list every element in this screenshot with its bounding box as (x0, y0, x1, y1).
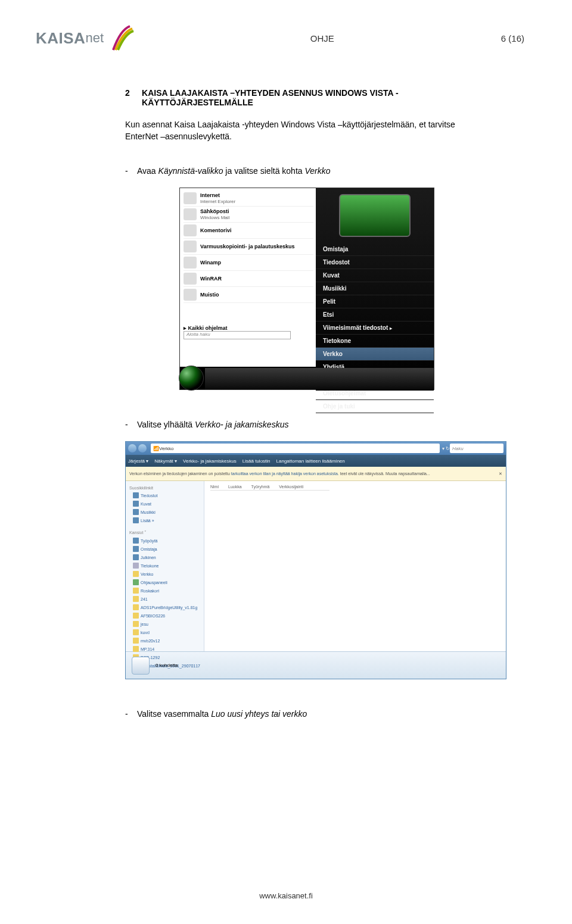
start-right-item[interactable]: Musiikki (316, 282, 434, 295)
toolbar-button[interactable]: Lisää tulostin (243, 458, 271, 464)
screenshot-explorer: 📶 Verkko ▾ ↻ Haku Järjestä ▾Näkymät ▾Ver… (125, 441, 506, 679)
sidebar-item[interactable]: Tiedostot (127, 491, 203, 500)
start-menu-item[interactable]: Muistio (184, 287, 313, 303)
sidebar-item[interactable]: AF5BIOS226 (127, 611, 203, 620)
close-icon[interactable]: ✕ (499, 472, 502, 476)
toolbar-button[interactable]: Näkymät ▾ (154, 458, 177, 464)
start-right-item[interactable]: Etsi (316, 308, 434, 321)
sidebar-item[interactable]: Ohjauspaneeli (127, 578, 203, 586)
search-input[interactable]: Haku (450, 444, 503, 453)
sidebar-item[interactable]: ADS1PureBridgeUtility_v1.81g (127, 603, 203, 611)
start-menu-item[interactable]: SähköpostiWindows Mail (184, 207, 313, 223)
sidebar-item[interactable]: Omistaja (127, 545, 203, 553)
bullet-2: - Valitse ylhäältä Verkko- ja jakamiskes… (125, 420, 489, 429)
sidebar-item[interactable]: 241 (127, 595, 203, 603)
sidebar-item[interactable]: mvb20v12 (127, 636, 203, 645)
start-right-item[interactable]: Tietokone (316, 335, 434, 348)
logo-text-bold: KAISA (36, 29, 85, 48)
sidebar-item[interactable]: Kuvat (127, 500, 203, 508)
bullet-3: - Valitse vasemmalta Luo uusi yhteys tai… (125, 709, 489, 719)
sidebar-item[interactable]: Musiikki (127, 508, 203, 516)
bullet-1: - Avaa Käynnistä-valikko ja valitse siel… (125, 166, 489, 176)
address-bar[interactable]: 📶 Verkko (151, 444, 440, 453)
toolbar-button[interactable]: Verkko- ja jakamiskeskus (183, 458, 237, 464)
start-search-input[interactable]: Aloita haku (184, 331, 291, 339)
start-right-item[interactable]: Kuvat (316, 269, 434, 282)
doc-label: OHJE (310, 33, 334, 43)
section-heading: KAISA LAAJAKAISTA –YHTEYDEN ASENNUS WIND… (142, 88, 489, 107)
start-all-programs[interactable]: ▸ Kaikki ohjelmat (184, 325, 228, 331)
screenshot-start-menu: InternetInternet ExplorerSähköpostiWindo… (179, 188, 434, 390)
sidebar-item[interactable]: Työpöytä (127, 536, 203, 545)
start-right-item[interactable]: Omistaja (316, 243, 434, 256)
start-right-item[interactable]: Verkko (316, 348, 434, 361)
nav-back-icon[interactable] (128, 444, 136, 452)
start-menu-item[interactable]: InternetInternet Explorer (184, 191, 313, 207)
logo: KAISA net (36, 24, 137, 52)
sidebar-item[interactable]: Roskakori (127, 586, 203, 595)
section-number: 2 (125, 88, 142, 107)
start-right-item[interactable]: Pelit (316, 295, 434, 308)
sidebar-item[interactable]: Verkko (127, 570, 203, 578)
sidebar-item[interactable]: Julkinen (127, 553, 203, 561)
toolbar-button[interactable]: Langattoman laitteen lisääminen (276, 458, 345, 464)
status-pc-icon (132, 657, 150, 675)
page-number: 6 (16) (501, 33, 524, 43)
start-menu-item[interactable]: Varmuuskopiointi- ja palautuskeskus (184, 239, 313, 255)
start-orb-icon[interactable] (179, 366, 204, 391)
section-title: 2 KAISA LAAJAKAISTA –YHTEYDEN ASENNUS WI… (125, 88, 489, 107)
start-right-item[interactable]: Ohje ja tuki (316, 400, 434, 413)
start-right-item[interactable]: Viimeisimmät tiedostot (316, 321, 434, 335)
column-headers[interactable]: NimiLuokkaTyöryhmäVerkkosijainti (210, 485, 329, 491)
sidebar-item[interactable]: jesu (127, 620, 203, 628)
footer-url: www.kaisanet.fi (0, 891, 572, 900)
status-text: 0 kohdetta (156, 663, 178, 668)
sidebar-item[interactable]: Tietokone (127, 561, 203, 570)
sidebar-item[interactable]: MP.314 (127, 645, 203, 653)
toolbar-button[interactable]: Järjestä ▾ (128, 458, 148, 464)
start-menu-item[interactable]: Komentorivi (184, 223, 313, 239)
intro-paragraph: Kun asennat Kaisa Laajakaista -yhteyden … (125, 119, 489, 142)
taskbar (205, 368, 434, 389)
start-menu-item[interactable]: Winamp (184, 255, 313, 271)
start-menu-item[interactable]: WinRAR (184, 271, 313, 287)
sidebar-item[interactable]: Lisää » (127, 516, 203, 525)
user-picture (339, 194, 411, 237)
start-right-item[interactable]: Tiedostot (316, 256, 434, 269)
logo-swirl-icon (108, 24, 137, 52)
nav-forward-icon[interactable] (138, 444, 147, 452)
sidebar-item[interactable]: kuvd (127, 628, 203, 636)
logo-text-light: net (85, 30, 104, 46)
